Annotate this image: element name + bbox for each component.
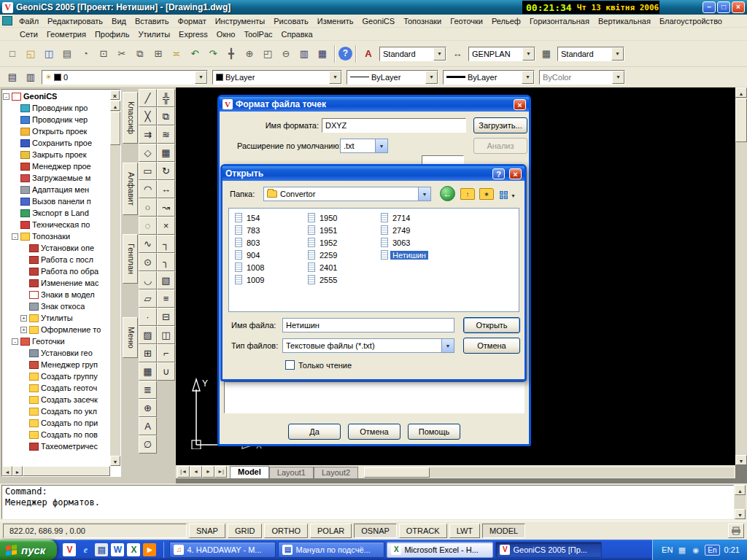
menu-item[interactable]: Топознаки [399,15,446,28]
menu-item[interactable]: Редактировать [43,15,107,28]
modify-tool-button[interactable]: ↔ [157,180,175,198]
chevron-down-icon[interactable] [522,71,534,84]
tree-expander[interactable] [12,338,18,345]
file-item[interactable]: 2749 [379,224,451,236]
zoom-window-icon[interactable]: ◰ [259,45,276,63]
chevron-down-icon[interactable] [611,47,624,61]
quicklaunch-ie-icon[interactable]: e [79,543,92,556]
taskbar-task[interactable]: ▤ Мануал по подсчё... [278,542,384,558]
publish-icon[interactable]: ⊡ [95,45,112,63]
status-toggle[interactable]: LWT [449,524,480,538]
file-item[interactable]: 1951 [306,224,378,236]
draw-tool-button[interactable]: ▭ [139,162,157,180]
chevron-down-icon[interactable] [433,47,446,61]
side-tab[interactable]: Генплан [123,234,138,284]
draw-tool-button[interactable]: ≣ [139,381,157,399]
scrollbar-thumb[interactable] [364,467,430,478]
scroll-up-icon[interactable] [735,485,746,495]
next-tab-icon[interactable] [202,466,214,478]
format-name-input[interactable] [322,118,466,133]
menu-item[interactable]: Вид [107,15,131,28]
tree-item[interactable]: Топознаки [3,230,109,242]
layout-tab[interactable]: Layout1 [269,467,314,478]
dialog-title-bar[interactable]: Открыть [222,166,525,181]
tree-item[interactable]: Техническая по [3,219,109,230]
file-item[interactable]: 1009 [233,273,305,286]
menu-item[interactable]: Express [174,28,212,41]
help-button[interactable]: Помощь [408,424,460,440]
maximize-button[interactable]: □ [717,1,730,13]
extension-combo[interactable]: .txt [340,139,388,153]
tree-item[interactable]: Открыть проек [3,125,109,137]
scroll-left-icon[interactable] [2,466,12,476]
cancel-button[interactable]: Отмена [463,338,520,354]
tree-item[interactable]: Утилиты [3,312,109,324]
text-style-icon[interactable]: A [360,45,377,63]
menu-item[interactable]: Формат [174,15,211,28]
draw-tool-button[interactable]: ▦ [139,362,157,381]
file-item[interactable]: Нетишин [379,249,451,261]
tree-item[interactable]: Проводник чер [3,114,109,125]
tree-item[interactable]: Создать по пов [3,429,109,440]
file-item[interactable]: 1952 [306,236,378,249]
draw-tool-button[interactable]: A [139,417,157,435]
yes-button[interactable]: Да [288,424,341,440]
status-toggle[interactable]: MODEL [482,524,525,538]
menu-item[interactable]: Благоустройство [655,15,727,28]
file-item[interactable]: 1008 [233,261,305,273]
language-indicator[interactable]: EN [662,545,673,554]
text-style-combo[interactable]: Standard [379,47,446,61]
menu-item[interactable]: ToolPac [239,28,276,41]
scrollbar-thumb[interactable] [110,112,120,145]
draw-tool-button[interactable]: ╳ [139,107,157,125]
draw-tool-button[interactable]: ∿ [139,235,157,253]
scrollbar-thumb[interactable] [23,466,110,476]
tree-item[interactable]: Создать по при [3,417,109,429]
new-file-icon[interactable]: □ [4,45,21,63]
file-item[interactable]: 904 [233,249,305,261]
tree-item[interactable]: Вызов панели п [3,195,109,207]
command-scrollbar[interactable] [735,485,746,519]
tree-item[interactable]: Установки гео [3,347,109,359]
tree-item[interactable]: Знак откоса [3,300,109,312]
keyboard-tray-icon[interactable] [677,545,686,555]
dialog-close-icon[interactable] [514,99,526,110]
status-toggle[interactable]: POLAR [310,524,352,538]
menu-item[interactable]: Геометрия [42,28,90,41]
tree-expander[interactable] [12,233,18,240]
scrollbar-thumb[interactable] [735,98,747,142]
quicklaunch-desktop-icon[interactable]: ▤ [95,543,108,556]
network-tray-icon[interactable] [691,545,700,555]
menu-item[interactable]: Файл [15,15,43,28]
cancel-button[interactable]: Отмена [348,424,400,440]
tree-item[interactable]: Экспорт в Land [3,207,109,219]
modify-tool-button[interactable]: ⌐ [157,344,175,362]
draw-tool-button[interactable]: · [139,308,157,326]
table-style-icon[interactable]: ▦ [538,45,555,63]
dim-style-combo[interactable]: Standard [557,47,624,61]
menu-item[interactable]: Рельеф [487,15,525,28]
genplan-combo[interactable]: GENPLAN [468,47,535,61]
modify-tool-button[interactable]: ┐ [157,235,175,253]
draw-tool-button[interactable]: ◠ [139,180,157,198]
filename-input[interactable] [282,318,454,332]
taskbar-task[interactable]: ♫ 4. HADDAWAY - M... [169,542,276,558]
close-button[interactable]: × [732,1,745,13]
menu-item[interactable]: Рисовать [269,15,313,28]
file-item[interactable]: 803 [233,236,305,249]
file-item[interactable]: 154 [233,211,305,224]
chevron-down-icon[interactable] [329,71,341,84]
tree-expander[interactable] [3,93,9,100]
dialog-title-bar[interactable]: V Формат файла точек [220,97,529,112]
designcenter-icon[interactable]: ▦ [314,45,331,63]
command-window[interactable]: Command:Менеджер форматов. [0,483,747,521]
file-item[interactable]: 2401 [306,261,378,273]
tree-item[interactable]: Адаптация мен [3,184,109,195]
open-file-icon[interactable]: ◱ [22,45,39,63]
tree-item[interactable]: Изменение мас [3,277,109,289]
layer-states-icon[interactable]: ▥ [22,69,39,86]
chevron-down-icon[interactable] [441,339,454,352]
draw-tool-button[interactable]: ╱ [139,89,157,107]
status-toggle[interactable]: SNAP [189,524,225,538]
tree-item[interactable]: Оформление то [3,324,109,335]
